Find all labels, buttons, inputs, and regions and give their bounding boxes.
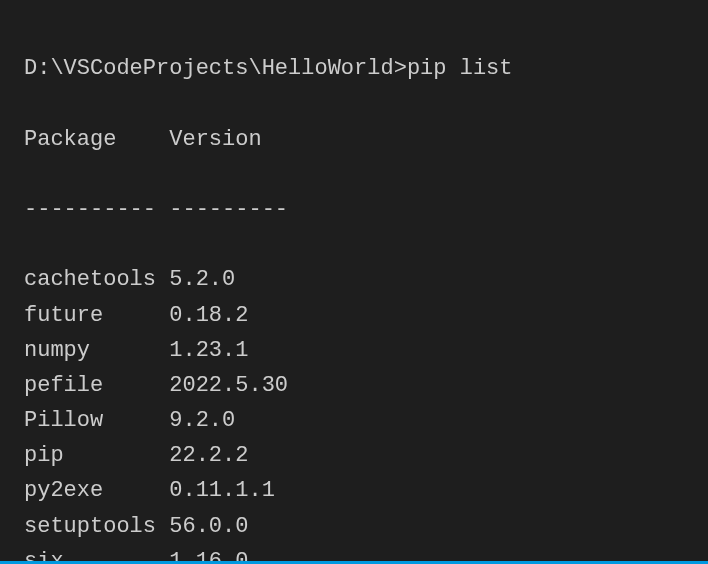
table-separator: ---------- --------- xyxy=(24,192,684,227)
package-version: 0.18.2 xyxy=(169,303,248,328)
package-version: 9.2.0 xyxy=(169,408,235,433)
command-text: pip list xyxy=(407,56,513,81)
prompt-line-1: D:\VSCodeProjects\HelloWorld>pip list xyxy=(24,51,684,86)
package-version: 56.0.0 xyxy=(169,514,248,539)
package-name: py2exe xyxy=(24,478,169,503)
package-list: cachetools 5.2.0future 0.18.2numpy 1.23.… xyxy=(24,262,684,564)
table-row: pefile 2022.5.30 xyxy=(24,368,684,403)
table-row: numpy 1.23.1 xyxy=(24,333,684,368)
package-name: pefile xyxy=(24,373,169,398)
package-name: cachetools xyxy=(24,267,169,292)
header-package: Package xyxy=(24,127,169,152)
table-row: Pillow 9.2.0 xyxy=(24,403,684,438)
package-name: future xyxy=(24,303,169,328)
package-name: numpy xyxy=(24,338,169,363)
package-version: 22.2.2 xyxy=(169,443,248,468)
terminal-output[interactable]: D:\VSCodeProjects\HelloWorld>pip list Pa… xyxy=(0,0,708,564)
package-version: 5.2.0 xyxy=(169,267,235,292)
package-version: 0.11.1.1 xyxy=(169,478,275,503)
table-row: future 0.18.2 xyxy=(24,298,684,333)
separator-col1: ---------- xyxy=(24,197,169,222)
table-row: cachetools 5.2.0 xyxy=(24,262,684,297)
package-name: pip xyxy=(24,443,169,468)
table-row: setuptools 56.0.0 xyxy=(24,509,684,544)
header-version: Version xyxy=(169,127,261,152)
package-version: 2022.5.30 xyxy=(169,373,288,398)
table-row: py2exe 0.11.1.1 xyxy=(24,473,684,508)
package-version: 1.23.1 xyxy=(169,338,248,363)
prompt-path: D:\VSCodeProjects\HelloWorld> xyxy=(24,56,407,81)
separator-col2: --------- xyxy=(169,197,288,222)
package-name: Pillow xyxy=(24,408,169,433)
table-header: Package Version xyxy=(24,122,684,157)
table-row: pip 22.2.2 xyxy=(24,438,684,473)
package-name: setuptools xyxy=(24,514,169,539)
